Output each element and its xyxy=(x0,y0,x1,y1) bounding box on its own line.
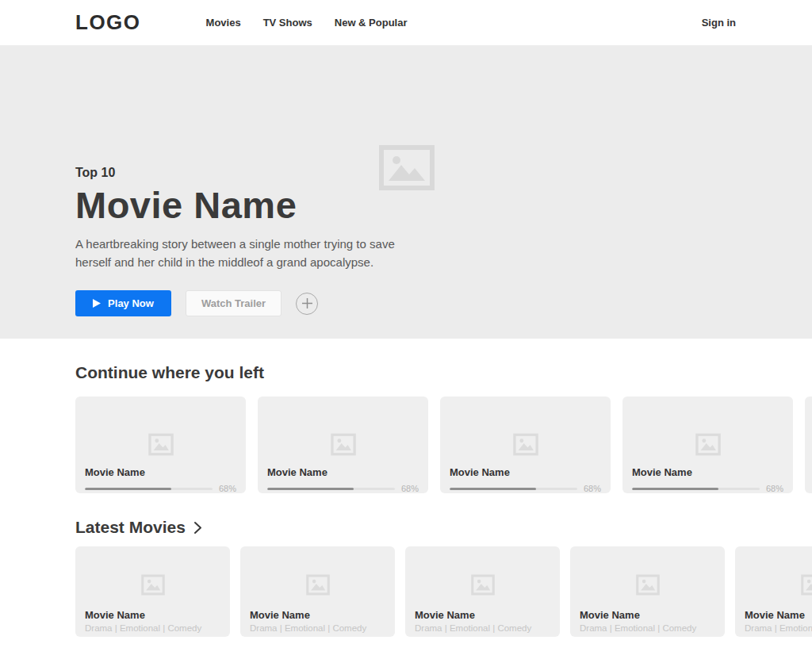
progress-percent: 68% xyxy=(584,484,601,493)
progress-bar xyxy=(85,488,213,490)
image-placeholder-icon xyxy=(258,397,428,456)
movie-genres: Drama | Emotional | Comedy xyxy=(745,623,812,633)
hero-banner: Top 10 Movie Name A heartbreaking story … xyxy=(0,45,812,339)
image-placeholder-icon xyxy=(240,546,395,596)
progress-percent: 68% xyxy=(219,484,236,493)
progress-fill xyxy=(267,488,354,490)
movie-title: Movie Name xyxy=(745,609,812,621)
latest-movie-card[interactable]: Movie Name Drama | Emotional | Comedy xyxy=(240,546,395,637)
play-now-label: Play Now xyxy=(108,297,154,309)
progress-percent: 68% xyxy=(401,484,419,493)
latest-row: Movie Name Drama | Emotional | Comedy Mo… xyxy=(75,546,812,637)
nav-item-movies[interactable]: Movies xyxy=(206,17,241,29)
chevron-right-icon[interactable] xyxy=(193,521,202,534)
movie-title: Movie Name xyxy=(580,609,715,621)
watch-trailer-label: Watch Trailer xyxy=(201,297,266,309)
continue-card[interactable]: Movie Name 68% xyxy=(258,397,428,493)
progress-bar xyxy=(632,488,760,490)
hero-kicker: Top 10 xyxy=(75,45,812,180)
hero-title: Movie Name xyxy=(75,183,812,227)
movie-title: Movie Name xyxy=(250,609,385,621)
image-placeholder-icon xyxy=(75,546,230,596)
image-placeholder-icon xyxy=(405,546,560,596)
nav-item-new-popular[interactable]: New & Popular xyxy=(335,17,408,29)
add-to-list-button[interactable] xyxy=(296,293,318,315)
latest-heading-label: Latest Movies xyxy=(75,518,186,537)
progress-bar xyxy=(267,488,395,490)
continue-card[interactable]: Movie Name 68% xyxy=(440,397,611,493)
image-placeholder-icon xyxy=(570,546,725,596)
hero-image-placeholder-icon xyxy=(379,145,435,190)
movie-title: Movie Name xyxy=(85,609,220,621)
watch-trailer-button[interactable]: Watch Trailer xyxy=(186,290,282,316)
progress-row: 68% xyxy=(85,484,236,493)
continue-card[interactable]: Movie Name 68% xyxy=(75,397,246,493)
image-placeholder-icon xyxy=(440,397,611,456)
hero-actions: Play Now Watch Trailer xyxy=(75,290,812,316)
image-placeholder-icon xyxy=(75,397,246,456)
movie-genres: Drama | Emotional | Comedy xyxy=(250,623,385,633)
progress-row: 68% xyxy=(267,484,419,493)
movie-title: Movie Name xyxy=(267,466,419,478)
nav-item-tv-shows[interactable]: TV Shows xyxy=(263,17,312,29)
progress-percent: 68% xyxy=(766,484,783,493)
navbar: LOGO Movies TV Shows New & Popular Sign … xyxy=(0,0,812,45)
progress-fill xyxy=(85,488,171,490)
latest-section-heading: Latest Movies xyxy=(75,518,812,537)
latest-movie-card[interactable]: Movie Name Drama | Emotional | Comedy xyxy=(570,546,725,637)
latest-movie-card[interactable]: Movie Name Drama | Emotional | Comedy xyxy=(75,546,230,637)
movie-title: Movie Name xyxy=(632,466,783,478)
continue-heading-label: Continue where you left xyxy=(75,363,264,382)
logo[interactable]: LOGO xyxy=(75,10,141,35)
hero-description: A heartbreaking story between a single m… xyxy=(75,235,431,271)
image-placeholder-icon xyxy=(622,397,793,456)
progress-fill xyxy=(450,488,536,490)
continue-card[interactable]: Movie Name 68% xyxy=(622,397,793,493)
play-now-button[interactable]: Play Now xyxy=(75,290,171,316)
progress-row: 68% xyxy=(632,484,783,493)
continue-card[interactable]: Movie Name 68% xyxy=(805,397,812,493)
movie-genres: Drama | Emotional | Comedy xyxy=(580,623,715,633)
movie-title: Movie Name xyxy=(85,466,236,478)
play-icon xyxy=(93,299,101,308)
sign-in-link[interactable]: Sign in xyxy=(702,17,736,29)
latest-movie-card[interactable]: Movie Name Drama | Emotional | Comedy xyxy=(405,546,560,637)
movie-title: Movie Name xyxy=(450,466,601,478)
movie-title: Movie Name xyxy=(415,609,550,621)
continue-row: Movie Name 68% Movie Name 68% Movie Name xyxy=(75,397,812,493)
nav-links: Movies TV Shows New & Popular xyxy=(206,17,408,29)
image-placeholder-icon xyxy=(805,397,812,456)
image-placeholder-icon xyxy=(735,546,812,596)
progress-fill xyxy=(632,488,718,490)
progress-bar xyxy=(450,488,577,490)
movie-genres: Drama | Emotional | Comedy xyxy=(85,623,220,633)
movie-genres: Drama | Emotional | Comedy xyxy=(415,623,550,633)
plus-icon xyxy=(302,298,312,308)
latest-movie-card[interactable]: Movie Name Drama | Emotional | Comedy xyxy=(735,546,812,637)
progress-row: 68% xyxy=(450,484,601,493)
continue-section-heading: Continue where you left xyxy=(75,363,812,382)
